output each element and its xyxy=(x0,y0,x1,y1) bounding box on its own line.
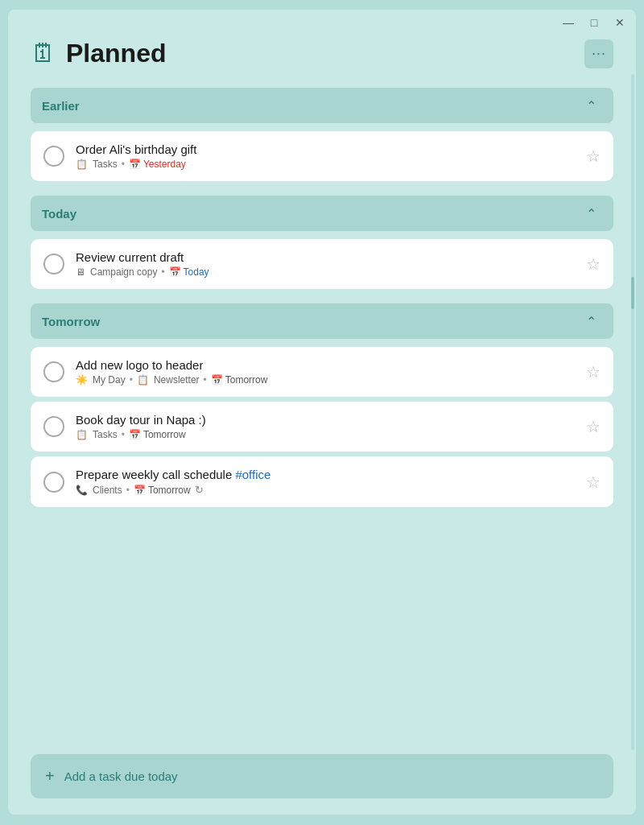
task-title-tag: #office xyxy=(235,468,270,481)
separator: • xyxy=(130,374,133,386)
section-earlier: Earlier ⌃ Order Ali's birthday gift 📋 Ta… xyxy=(31,88,613,181)
task-body: Add new logo to header ☀️ My Day • 📋 New… xyxy=(76,358,575,386)
task-title: Prepare weekly call schedule #office xyxy=(76,468,575,481)
task-complete-button[interactable] xyxy=(43,361,64,382)
calendar-icon: 🗓 xyxy=(31,39,56,68)
star-button[interactable]: ☆ xyxy=(586,256,601,272)
task-card: Order Ali's birthday gift 📋 Tasks • 📅 Ye… xyxy=(31,131,613,181)
task-body: Book day tour in Napa :) 📋 Tasks • 📅 Tom… xyxy=(76,413,575,440)
repeat-icon: ↻ xyxy=(195,484,204,496)
page-header: 🗓 Planned ··· xyxy=(31,35,613,68)
section-header-today: Today ⌃ xyxy=(31,196,613,231)
minimize-button[interactable]: — xyxy=(562,16,575,29)
task-title: Add new logo to header xyxy=(76,358,575,372)
calendar-due-icon: 📅 xyxy=(169,266,181,278)
separator: • xyxy=(161,266,164,278)
scrollbar-thumb[interactable] xyxy=(631,277,634,309)
main-content: 🗓 Planned ··· Earlier ⌃ Order Ali's birt… xyxy=(8,35,636,746)
task-complete-button[interactable] xyxy=(43,146,64,167)
calendar-due-icon: 📅 xyxy=(211,374,223,386)
myday-icon: ☀️ xyxy=(76,374,88,386)
due-date-badge: 📅 Yesterday xyxy=(129,159,186,170)
separator: • xyxy=(204,374,207,386)
add-task-label: Add a task due today xyxy=(64,769,178,783)
task-body: Prepare weekly call schedule #office 📞 C… xyxy=(76,468,575,496)
list-icon: 📋 xyxy=(76,159,88,170)
list-icon: 📋 xyxy=(137,374,149,386)
task-card: Prepare weekly call schedule #office 📞 C… xyxy=(31,456,613,507)
task-list-name: Tasks xyxy=(93,159,118,170)
task-title-plain: Prepare weekly call schedule xyxy=(76,468,235,481)
due-date-badge: 📅 Tomorrow xyxy=(211,374,268,386)
star-button[interactable]: ☆ xyxy=(586,419,601,435)
section-today: Today ⌃ Review current draft 🖥 Campaign … xyxy=(31,196,613,289)
task-list-name: Tasks xyxy=(93,429,118,440)
calendar-due-icon: 📅 xyxy=(129,429,141,440)
section-header-earlier: Earlier ⌃ xyxy=(31,88,613,123)
section-label-tomorrow: Tomorrow xyxy=(42,315,100,328)
task-list-name: Clients xyxy=(93,485,122,496)
more-options-button[interactable]: ··· xyxy=(584,39,613,68)
task-complete-button[interactable] xyxy=(43,416,64,437)
collapse-today-button[interactable]: ⌃ xyxy=(580,202,602,225)
star-button[interactable]: ☆ xyxy=(586,474,601,490)
collapse-earlier-button[interactable]: ⌃ xyxy=(580,94,602,117)
task-card: Review current draft 🖥 Campaign copy • 📅… xyxy=(31,239,613,289)
task-title: Order Ali's birthday gift xyxy=(76,142,575,156)
page-title: Planned xyxy=(66,39,166,68)
section-label-earlier: Earlier xyxy=(42,99,80,113)
due-date-label: Tomorrow xyxy=(148,485,191,496)
add-task-bar[interactable]: + Add a task due today xyxy=(31,754,613,798)
add-task-plus-icon: + xyxy=(45,767,55,786)
due-date-label: Today xyxy=(184,266,209,278)
page-title-group: 🗓 Planned xyxy=(31,39,166,68)
task-meta: ☀️ My Day • 📋 Newsletter • 📅 Tomorrow xyxy=(76,374,575,386)
calendar-due-icon: 📅 xyxy=(134,485,146,496)
close-button[interactable]: ✕ xyxy=(613,16,626,29)
due-date-badge: 📅 Tomorrow xyxy=(129,429,186,440)
star-button[interactable]: ☆ xyxy=(586,148,601,164)
calendar-due-icon: 📅 xyxy=(129,159,141,170)
section-label-today: Today xyxy=(42,207,76,221)
scrollbar-track xyxy=(631,74,634,750)
task-body: Review current draft 🖥 Campaign copy • 📅… xyxy=(76,250,575,278)
section-header-tomorrow: Tomorrow ⌃ xyxy=(31,303,613,339)
due-date-badge: 📅 Today xyxy=(169,266,209,278)
task-meta: 📋 Tasks • 📅 Tomorrow xyxy=(76,429,575,440)
task-body: Order Ali's birthday gift 📋 Tasks • 📅 Ye… xyxy=(76,142,575,170)
task-meta: 📋 Tasks • 📅 Yesterday xyxy=(76,159,575,170)
task-title: Review current draft xyxy=(76,250,575,264)
due-date-label: Tomorrow xyxy=(143,429,186,440)
task-card: Add new logo to header ☀️ My Day • 📋 New… xyxy=(31,347,613,397)
task-complete-button[interactable] xyxy=(43,472,64,493)
due-date-label: Tomorrow xyxy=(225,374,268,386)
separator: • xyxy=(126,485,130,496)
collapse-tomorrow-button[interactable]: ⌃ xyxy=(580,310,602,332)
list-icon: 🖥 xyxy=(76,266,85,278)
myday-label: My Day xyxy=(93,374,126,386)
separator: • xyxy=(122,429,125,440)
list-icon: 📋 xyxy=(76,429,88,440)
task-complete-button[interactable] xyxy=(43,254,64,274)
task-list-name: Campaign copy xyxy=(90,266,157,278)
section-tomorrow: Tomorrow ⌃ Add new logo to header ☀️ My … xyxy=(31,303,613,507)
phone-icon: 📞 xyxy=(76,485,88,496)
task-list-name: Newsletter xyxy=(154,374,200,386)
app-window: — □ ✕ 🗓 Planned ··· Earlier ⌃ Order Ali'… xyxy=(8,10,636,815)
task-meta: 🖥 Campaign copy • 📅 Today xyxy=(76,266,575,278)
star-button[interactable]: ☆ xyxy=(586,364,601,380)
due-date-badge: 📅 Tomorrow xyxy=(134,485,191,496)
task-title: Book day tour in Napa :) xyxy=(76,413,575,427)
due-date-label: Yesterday xyxy=(143,159,186,170)
task-card: Book day tour in Napa :) 📋 Tasks • 📅 Tom… xyxy=(31,402,613,452)
task-meta: 📞 Clients • 📅 Tomorrow ↻ xyxy=(76,484,575,496)
title-bar: — □ ✕ xyxy=(8,10,636,35)
maximize-button[interactable]: □ xyxy=(588,16,601,29)
separator: • xyxy=(122,159,125,170)
